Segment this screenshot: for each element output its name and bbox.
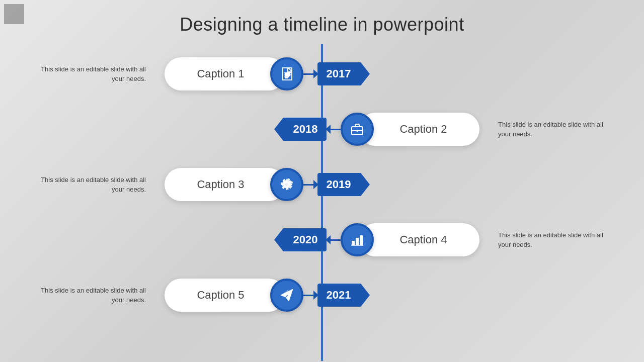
svg-rect-9 bbox=[352, 241, 355, 245]
briefcase-icon bbox=[349, 121, 365, 137]
row-3-layout: Caption 3 2019 bbox=[165, 168, 361, 201]
arrow-4 bbox=[326, 235, 341, 244]
gear-icon bbox=[279, 176, 295, 193]
icon-circle-1 bbox=[270, 57, 303, 90]
year-badge-4: 2020 bbox=[283, 228, 327, 251]
document-icon bbox=[279, 66, 295, 82]
arrow-1 bbox=[303, 69, 318, 78]
caption-pill-2: Caption 2 bbox=[359, 113, 479, 146]
caption-pill-4: Caption 4 bbox=[359, 223, 479, 256]
timeline-row: This slide is an editable slide with all… bbox=[0, 46, 644, 102]
caption-label-3: Caption 3 bbox=[197, 178, 244, 191]
row-4-layout: 2020 Caption 4 bbox=[283, 223, 480, 256]
timeline-row: This slide is an editable slide with all… bbox=[0, 212, 644, 267]
timeline-row: This slide is an editable slide with all… bbox=[0, 102, 644, 157]
timeline-row: This slide is an editable slide with all… bbox=[0, 267, 644, 323]
side-text-4: This slide is an editable slide with all… bbox=[498, 230, 614, 250]
side-text-5: This slide is an editable slide with all… bbox=[30, 286, 146, 305]
year-badge-2: 2018 bbox=[283, 118, 327, 141]
row-5-layout: Caption 5 2021 bbox=[165, 279, 361, 312]
timeline-container: This slide is an editable slide with all… bbox=[0, 44, 644, 361]
arrow-3 bbox=[303, 180, 318, 189]
icon-circle-5 bbox=[270, 279, 303, 312]
caption-pill-1: Caption 1 bbox=[165, 57, 285, 90]
caption-label-2: Caption 2 bbox=[399, 123, 447, 136]
year-badge-5: 2021 bbox=[317, 284, 361, 307]
arrow-2 bbox=[326, 125, 341, 134]
icon-circle-2 bbox=[341, 113, 374, 146]
caption-pill-5: Caption 5 bbox=[165, 279, 285, 312]
row-2-layout: 2018 Caption 2 bbox=[283, 113, 480, 146]
icon-circle-4 bbox=[341, 223, 374, 256]
side-text-1: This slide is an editable slide with all… bbox=[30, 64, 146, 84]
side-text-3: This slide is an editable slide with all… bbox=[30, 175, 146, 195]
arrow-5 bbox=[303, 291, 318, 300]
caption-label-4: Caption 4 bbox=[399, 233, 447, 246]
year-badge-3: 2019 bbox=[317, 173, 361, 196]
chart-icon bbox=[349, 232, 365, 248]
caption-label-5: Caption 5 bbox=[197, 289, 244, 302]
page-title: Designing a timeline in powerpoint bbox=[0, 0, 644, 35]
row-1-layout: Caption 1 2017 bbox=[165, 57, 361, 90]
corner-decoration bbox=[4, 4, 24, 24]
side-text-2: This slide is an editable slide with all… bbox=[498, 120, 614, 139]
caption-label-1: Caption 1 bbox=[197, 67, 244, 80]
paper-plane-icon bbox=[279, 287, 295, 303]
svg-rect-11 bbox=[360, 235, 363, 245]
year-badge-1: 2017 bbox=[317, 62, 361, 85]
timeline-row: This slide is an editable slide with all… bbox=[0, 157, 644, 212]
icon-circle-3 bbox=[270, 168, 303, 201]
caption-pill-3: Caption 3 bbox=[165, 168, 285, 201]
svg-rect-10 bbox=[356, 238, 359, 245]
